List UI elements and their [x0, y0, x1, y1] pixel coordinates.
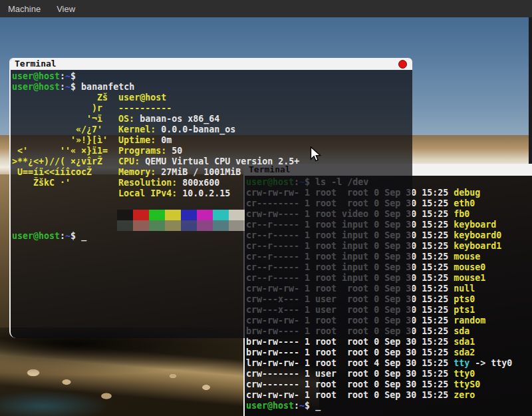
mouse-pointer-icon — [310, 146, 321, 166]
dev-row-meta: crw------- 1 user root 0 Sep 30 15:25 — [246, 369, 454, 379]
fetch-value: 10.0.2.15 — [177, 188, 230, 198]
close-button-icon[interactable] — [398, 60, 407, 69]
dev-row: crw-rw-rw- 1 root root 0 Sep 30 15:25 ze… — [246, 390, 532, 401]
dev-row-name: mouse0 — [454, 262, 485, 272]
dev-row-name: random — [454, 315, 485, 325]
dev-row-name: keyboard0 — [454, 230, 501, 240]
dev-row-name: mouse1 — [454, 273, 485, 283]
dev-row-name: debug — [454, 188, 480, 198]
prompt3-symbol: $ — [70, 231, 76, 241]
dev-row-name: eth0 — [454, 198, 475, 208]
fetch-label: ---------- — [118, 103, 172, 113]
dev-row-name: fb0 — [454, 209, 469, 219]
fetch-value: 0m — [156, 135, 172, 145]
palette-swatch — [197, 210, 213, 220]
fetch-art: '¬ï — [12, 114, 118, 124]
prompt3-user: user@host — [12, 231, 60, 241]
fetch-value: QEMU Virtual CPU version 2.5+ — [140, 156, 299, 166]
prompt1-symbol: $ — [70, 71, 76, 81]
fetch-line: <' ''« ×}ï1= Programs: 50 — [12, 146, 412, 156]
menu-item-machine[interactable]: Machine — [8, 4, 41, 14]
fetch-art: «/¿7' — [12, 124, 118, 134]
t2-prompt2-path: ~ — [299, 401, 305, 411]
fetch-line: >**¿<+)//( ×¿vîrŽ CPU: QEMU Virtual CPU … — [12, 156, 412, 167]
blank-line — [12, 199, 412, 210]
palette-swatch — [165, 210, 181, 220]
dev-row-meta: brw-rw---- 1 root root 0 Sep 30 15:25 — [246, 337, 454, 347]
fetch-label: CPU: — [118, 156, 140, 166]
prompt1-user: user@host — [12, 71, 60, 81]
dev-row: brw-rw---- 1 root root 0 Sep 30 15:25 sd… — [246, 337, 532, 347]
prompt-line-current: user@host:~$ _ — [246, 401, 532, 411]
t2-prompt2-user: user@host — [246, 401, 294, 411]
t2-prompt2-symbol: $ — [305, 401, 310, 411]
wallpaper-teal-rocks — [0, 391, 106, 416]
dev-row-name: pts0 — [454, 294, 475, 304]
terminal1-titlebar[interactable]: Terminal — [11, 58, 412, 70]
dev-row-name: mouse — [454, 252, 480, 262]
fetch-label: Programs: — [118, 146, 166, 156]
palette-swatch — [149, 210, 165, 220]
command-line: user@host:~$ bananfetch — [12, 82, 412, 93]
terminal-window-bananfetch[interactable]: Terminal user@host:~$user@host:~$ bananf… — [9, 58, 412, 338]
dev-row-link-target: -> tty0 — [469, 358, 512, 368]
prompt3-sep: : — [60, 231, 65, 241]
dev-row-name: sda — [454, 326, 469, 336]
fetch-art: <' ''« ×}ï1= — [12, 146, 118, 156]
fetch-value: 0.0.0-banan_os — [156, 124, 235, 134]
fetch-line: '¬ï OS: banan-os x86_64 — [12, 114, 412, 124]
text-cursor: _ — [81, 231, 86, 241]
palette-swatch — [229, 220, 245, 231]
palette-swatch — [149, 220, 165, 231]
fetch-value: banan-os x86_64 — [134, 114, 219, 124]
vm-screen: MachineView Terminal user@host:~$ ls -l … — [0, 0, 532, 416]
menu-item-view[interactable]: View — [57, 4, 75, 14]
dev-row-name: zero — [454, 390, 475, 400]
dev-row-name: ttyS0 — [454, 379, 480, 389]
dev-row-meta: crw-rw-rw- 1 root root 0 Sep 30 15:25 — [246, 390, 454, 400]
fetch-art: Zš — [12, 93, 118, 103]
fetch-line: Zš user@host — [12, 93, 412, 103]
fetch-line: )r ---------- — [12, 103, 412, 114]
fetch-art: ŽškC ·' — [12, 178, 118, 188]
t2-prompt2-sep: : — [294, 401, 299, 411]
blank — [12, 199, 17, 209]
prompt2-sep: : — [60, 82, 65, 92]
fetch-art: U==íï<<ííîcocŽ — [12, 167, 118, 177]
prompt2-user: user@host — [12, 82, 60, 92]
text-cursor: _ — [315, 401, 321, 411]
prompt1-sep: : — [60, 71, 65, 81]
fetch-line: '»!}[ì' Uptime: 0m — [12, 135, 412, 146]
palette-swatch — [117, 220, 133, 231]
palette-swatch — [181, 220, 197, 231]
terminal1-title: Terminal — [15, 58, 57, 70]
fetch-line: «/¿7' Kernel: 0.0.0-banan_os — [12, 124, 412, 135]
dev-row-name: keyboard — [454, 220, 496, 230]
fetch-label: Resolution: — [118, 178, 177, 188]
dev-row-meta: crw------- 1 root root 0 Sep 30 15:25 — [246, 379, 454, 389]
dev-row: crw------- 1 user root 0 Sep 30 15:25 tt… — [246, 369, 532, 379]
dev-row-name: tty — [454, 358, 469, 368]
fetch-label: Memory: — [118, 167, 156, 177]
fetch-value: 800x600 — [177, 178, 219, 188]
fetch-art: >**¿<+)//( ×¿vîrŽ — [12, 156, 118, 166]
fetch-label: user@host — [118, 93, 166, 103]
prompt2-path: ~ — [65, 82, 70, 92]
dev-row-name: pts1 — [454, 305, 475, 315]
gap — [76, 231, 81, 241]
color-palette-row-bottom — [117, 220, 412, 231]
gap — [310, 401, 315, 411]
fetch-label: Local IPv4: — [118, 188, 177, 198]
prompt-line-current: user@host:~$ _ — [12, 231, 412, 242]
prompt1-path: ~ — [65, 71, 70, 81]
dev-row-meta: lrw-rw-rw- 1 root root 4 Sep 30 15:25 — [246, 358, 454, 368]
dev-row-meta: brw-rw---- 1 root root 0 Sep 30 15:25 — [246, 347, 454, 357]
dev-row-name: keyboard1 — [454, 241, 501, 251]
fetch-art — [12, 188, 118, 198]
prompt-line: user@host:~$ — [12, 71, 412, 82]
terminal1-content[interactable]: user@host:~$user@host:~$ bananfetch Zš u… — [11, 70, 412, 338]
fetch-label: Kernel: — [118, 124, 156, 134]
dev-row-name: null — [454, 284, 475, 294]
dev-row-name: sda2 — [454, 347, 475, 357]
dev-row: brw-rw---- 1 root root 0 Sep 30 15:25 sd… — [246, 347, 532, 358]
